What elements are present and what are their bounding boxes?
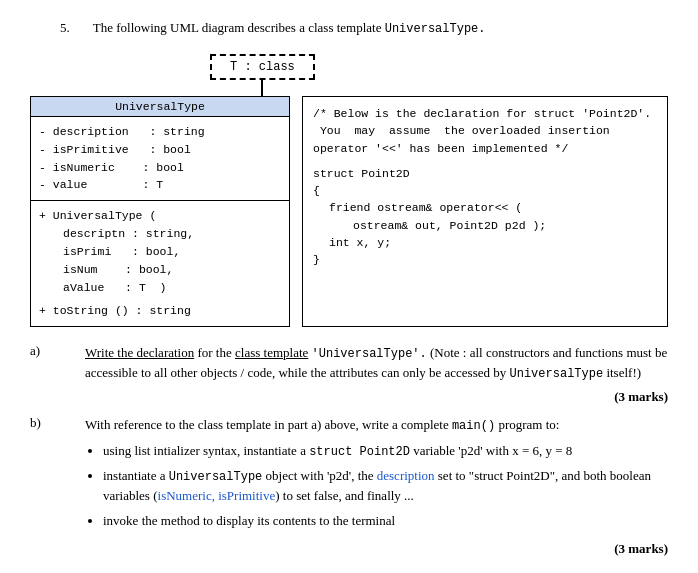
part-a-content: Write the declaration for the class temp… <box>85 343 668 383</box>
attr-4: - value : T <box>39 176 281 194</box>
part-a-for: for the <box>197 345 235 360</box>
part-a-marks: (3 marks) <box>30 389 668 405</box>
question-number: 5. <box>60 20 70 35</box>
method-constructor: + UniversalType ( <box>39 207 281 225</box>
code-comment: /* Below is the declaration for struct '… <box>313 105 657 157</box>
part-a-write: Write the declaration <box>85 345 194 360</box>
part-a-class-template: class template <box>235 345 308 360</box>
part-b-main: main() <box>452 419 495 433</box>
uml-box: UniversalType - description : string - i… <box>30 96 290 327</box>
attr-3: - isNumeric : bool <box>39 159 281 177</box>
part-a-label: a) <box>30 343 85 383</box>
part-a-row: a) Write the declaration for the class t… <box>30 343 668 383</box>
bullet2-text1: instantiate a <box>103 468 169 483</box>
uml-attributes: - description : string - isPrimitive : b… <box>31 117 289 201</box>
bullet-3: invoke the method to display its content… <box>103 511 668 531</box>
question-header: 5. The following UML diagram describes a… <box>30 20 668 36</box>
method-param4: aValue : T ) <box>39 279 281 297</box>
part-b-section: b) With reference to the class template … <box>30 415 668 557</box>
method-param1: descriptn : string, <box>39 225 281 243</box>
connector-line <box>261 80 263 96</box>
part-a-mono2: UniversalType <box>510 367 604 381</box>
t-class-label: T : class <box>230 60 295 74</box>
bullet-1: using list intializer syntax, instantiat… <box>103 441 668 461</box>
part-b-label: b) <box>30 415 85 535</box>
method-tostring: + toString () : string <box>39 302 281 320</box>
method-param2: isPrimi : bool, <box>39 243 281 261</box>
method-param3: isNum : bool, <box>39 261 281 279</box>
uml-methods: + UniversalType ( descriptn : string, is… <box>31 201 289 326</box>
diagram-area: T : class UniversalType - description : … <box>30 54 668 327</box>
bullet2-blue1: description <box>377 468 435 483</box>
bullet1-mono: struct Point2D <box>309 445 410 459</box>
question-container: 5. The following UML diagram describes a… <box>30 20 668 557</box>
attr-2: - isPrimitive : bool <box>39 141 281 159</box>
code-box: /* Below is the declaration for struct '… <box>302 96 668 327</box>
header-text: The following UML diagram describes a cl… <box>93 20 382 35</box>
class-name-code: UniversalType. <box>385 22 486 36</box>
part-b-bullets: using list intializer syntax, instantiat… <box>85 441 668 530</box>
part-a-end: itself!) <box>603 365 641 380</box>
bullet3-text: invoke the method to display its content… <box>103 513 395 528</box>
diagram-main: UniversalType - description : string - i… <box>30 96 668 327</box>
part-a-section: a) Write the declaration for the class t… <box>30 343 668 405</box>
bullet-2: instantiate a UniversalType object with … <box>103 466 668 506</box>
part-a-mono: 'UniversalType'. <box>312 347 427 361</box>
uml-title: UniversalType <box>31 97 289 117</box>
t-class-box: T : class <box>210 54 315 80</box>
part-b-row: b) With reference to the class template … <box>30 415 668 535</box>
part-b-intro-end: program to: <box>495 417 559 432</box>
bullet2-mono1: UniversalType <box>169 470 263 484</box>
bullet1-text2: variable 'p2d' with x = 6, y = 8 <box>410 443 572 458</box>
code-struct: struct Point2D { friend ostream& operato… <box>313 165 657 269</box>
bullet2-text4: ) to set false, and finally ... <box>275 488 414 503</box>
part-b-intro: With reference to the class template in … <box>85 417 452 432</box>
bullet2-blue2: isNumeric, isPrimitive <box>158 488 276 503</box>
attr-1: - description : string <box>39 123 281 141</box>
bullet2-text2: object with 'p2d', the <box>262 468 376 483</box>
part-b-content: With reference to the class template in … <box>85 415 668 535</box>
bullet1-text1: using list intializer syntax, instantiat… <box>103 443 309 458</box>
part-b-marks: (3 marks) <box>30 541 668 557</box>
